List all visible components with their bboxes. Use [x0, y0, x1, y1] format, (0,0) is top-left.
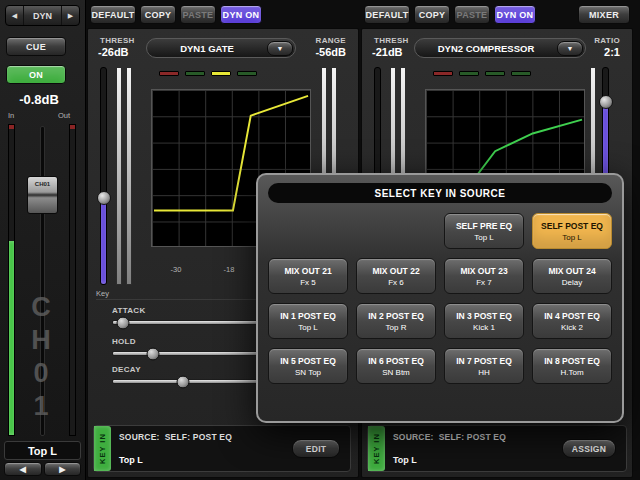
key-source-channel: Fx 6	[388, 278, 404, 287]
key-source-name: IN 6 POST EQ	[368, 356, 424, 366]
dyn1-threshold-fill	[101, 196, 106, 284]
processor-selector: ◀ DYN ▶	[5, 5, 80, 26]
dyn2-default-button[interactable]: DEFAULT	[364, 5, 410, 24]
fader-cap-label: CH01	[35, 181, 50, 187]
key-source-in-2-post-eq[interactable]: IN 2 POST EQ Top R	[356, 303, 436, 339]
dyn1-attack-slider[interactable]	[112, 320, 270, 325]
dyn2-ratio-handle[interactable]	[599, 95, 613, 109]
channel-sidebar: ◀ DYN ▶ CUE ON -0.8dB In Out CH01 CH01 T…	[0, 0, 86, 480]
prev-channel-button[interactable]: ◀	[4, 462, 42, 476]
dyn2-gr-led-2	[459, 71, 479, 76]
dyn1-thresh-label: THRESH	[100, 36, 135, 45]
input-meter	[8, 124, 15, 436]
prev-processor-button[interactable]: ◀	[6, 6, 23, 25]
key-source-name: IN 1 POST EQ	[280, 311, 336, 321]
key-source-mix-out-24[interactable]: MIX OUT 24 Delay	[532, 258, 612, 294]
key-source-in-1-post-eq[interactable]: IN 1 POST EQ Top L	[268, 303, 348, 339]
dyn2-keyin-source-label: SOURCE:	[393, 432, 434, 442]
key-source-name: MIX OUT 24	[548, 266, 595, 276]
key-source-channel: Top L	[474, 233, 494, 242]
dyn1-decay-slider[interactable]	[112, 379, 270, 384]
dyn1-type-label: DYN1 GATE	[147, 43, 267, 54]
dyn2-paste-button[interactable]: PASTE	[454, 5, 490, 24]
dyn1-keyin-source: SOURCE: SELF: POST EQ	[119, 432, 284, 442]
key-source-channel: Top R	[386, 323, 407, 332]
key-source-channel: Fx 7	[476, 278, 492, 287]
key-source-mix-out-21[interactable]: MIX OUT 21 Fx 5	[268, 258, 348, 294]
key-source-channel: Top L	[562, 233, 582, 242]
dyn2-ratio-value: 2:1	[604, 46, 620, 58]
key-source-channel: Fx 5	[300, 278, 316, 287]
channel-id-watermark: CH01	[25, 292, 56, 424]
key-source-self-pre-eq[interactable]: SELF PRE EQ Top L	[444, 213, 524, 249]
dyn1-keyin-source-label: SOURCE:	[119, 432, 160, 442]
key-source-channel: SN Top	[295, 368, 321, 377]
dyn1-hold-slider[interactable]	[112, 351, 270, 356]
key-source-in-4-post-eq[interactable]: IN 4 POST EQ Kick 2	[532, 303, 612, 339]
key-source-name: IN 2 POST EQ	[368, 311, 424, 321]
fader-handle[interactable]: CH01	[27, 176, 58, 214]
output-meter	[69, 124, 76, 436]
key-source-name: SELF PRE EQ	[456, 221, 512, 231]
dyn1-keyin-badge: KEY IN	[94, 426, 111, 471]
key-source-channel: Delay	[562, 278, 582, 287]
key-source-name: IN 5 POST EQ	[280, 356, 336, 366]
dyn1-hold-handle[interactable]	[147, 347, 160, 360]
dyn2-dropdown-arrow-icon[interactable]: ▼	[557, 41, 583, 56]
next-processor-button[interactable]: ▶	[62, 6, 79, 25]
mixer-button[interactable]: MIXER	[578, 5, 630, 24]
key-source-in-8-post-eq[interactable]: IN 8 POST EQ H.Tom	[532, 348, 612, 384]
out-meter-label: Out	[58, 111, 70, 120]
output-clip-led	[70, 125, 75, 129]
key-source-channel: Top L	[298, 323, 318, 332]
dyn1-attack-handle[interactable]	[117, 316, 130, 329]
next-channel-button[interactable]: ▶	[44, 462, 81, 476]
key-source-channel: HH	[478, 368, 490, 377]
dyn1-threshold-slider[interactable]	[100, 67, 107, 285]
dyn1-key-label: Key	[96, 289, 109, 298]
key-source-in-7-post-eq[interactable]: IN 7 POST EQ HH	[444, 348, 524, 384]
key-source-mix-out-23[interactable]: MIX OUT 23 Fx 7	[444, 258, 524, 294]
dyn2-copy-button[interactable]: COPY	[414, 5, 450, 24]
key-source-name: IN 3 POST EQ	[456, 311, 512, 321]
key-source-name: IN 8 POST EQ	[544, 356, 600, 366]
dyn2-ratio-label: RATIO	[594, 36, 620, 45]
dyn2-gr-led-1	[433, 71, 453, 76]
dyn2-keyin-assign-button[interactable]: ASSIGN	[562, 439, 616, 458]
key-source-name: MIX OUT 21	[284, 266, 331, 276]
dyn1-gr-led-4	[237, 71, 257, 76]
in-meter-label: In	[8, 111, 14, 120]
key-source-channel: SN Btm	[382, 368, 410, 377]
key-source-name: SELF POST EQ	[541, 221, 603, 231]
input-clip-led	[9, 125, 14, 129]
dyn1-copy-button[interactable]: COPY	[140, 5, 176, 24]
dyn1-on-button[interactable]: DYN ON	[220, 5, 262, 24]
key-source-in-5-post-eq[interactable]: IN 5 POST EQ SN Top	[268, 348, 348, 384]
dyn1-keyin-source-type: SELF: POST EQ	[165, 432, 232, 442]
key-source-mix-out-22[interactable]: MIX OUT 22 Fx 6	[356, 258, 436, 294]
dyn1-paste-button[interactable]: PASTE	[180, 5, 216, 24]
dyn1-default-button[interactable]: DEFAULT	[90, 5, 136, 24]
dyn2-keyin-source-name: Top L	[393, 455, 554, 465]
dyn1-threshold-handle[interactable]	[97, 191, 111, 205]
key-source-name: IN 4 POST EQ	[544, 311, 600, 321]
dyn1-keyin-text: SOURCE: SELF: POST EQ Top L	[111, 426, 292, 471]
dyn1-dropdown-arrow-icon[interactable]: ▼	[267, 41, 293, 56]
dyn1-type-dropdown[interactable]: DYN1 GATE ▼	[146, 38, 296, 58]
on-button[interactable]: ON	[6, 65, 66, 84]
channel-name-display: Top L	[4, 441, 81, 460]
dyn2-thresh-label: THRESH	[374, 36, 409, 45]
popup-title: SELECT KEY IN SOURCE	[268, 183, 612, 203]
key-source-in-6-post-eq[interactable]: IN 6 POST EQ SN Btm	[356, 348, 436, 384]
dyn2-gr-led-4	[511, 71, 531, 76]
dyn1-decay-handle[interactable]	[177, 375, 190, 388]
dyn2-type-label: DYN2 COMPRESSOR	[415, 43, 557, 54]
dyn1-keyin-edit-button[interactable]: EDIT	[292, 439, 340, 458]
cue-button[interactable]: CUE	[6, 37, 66, 56]
key-source-name: MIX OUT 22	[372, 266, 419, 276]
dyn2-type-dropdown[interactable]: DYN2 COMPRESSOR ▼	[414, 38, 586, 58]
key-source-self-post-eq-selected[interactable]: SELF POST EQ Top L	[532, 213, 612, 249]
key-source-in-3-post-eq[interactable]: IN 3 POST EQ Kick 1	[444, 303, 524, 339]
dynamics-screen: ◀ DYN ▶ CUE ON -0.8dB In Out CH01 CH01 T…	[0, 0, 640, 480]
dyn2-on-button[interactable]: DYN ON	[494, 5, 536, 24]
